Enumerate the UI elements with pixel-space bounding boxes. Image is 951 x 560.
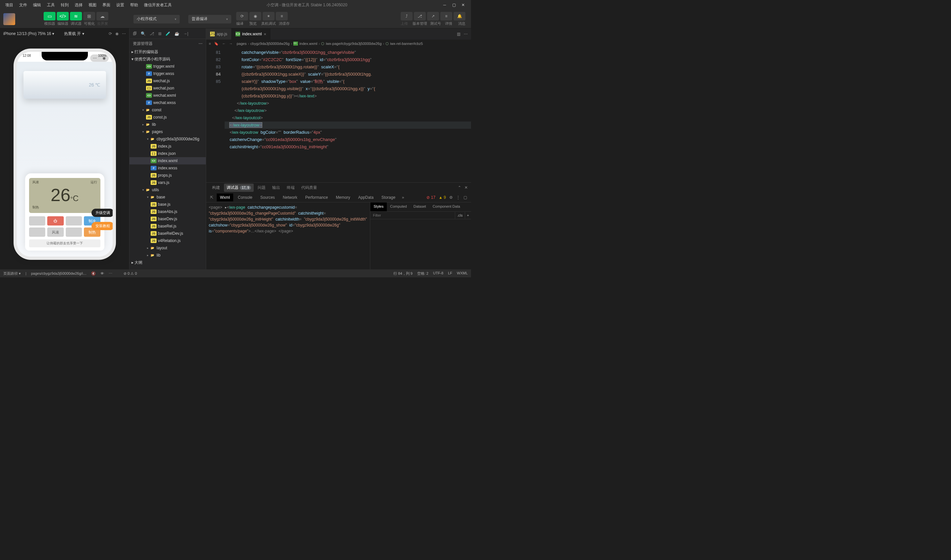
devtab-console[interactable]: Console <box>234 194 256 202</box>
minimize-icon[interactable]: ─ <box>442 2 447 8</box>
file-baseRel.js[interactable]: JSbaseRel.js <box>129 223 206 230</box>
close-panel-icon[interactable]: ✕ <box>464 185 468 190</box>
file-const.js[interactable]: JSconst.js <box>129 114 206 121</box>
upload-button[interactable]: ⤴ <box>401 12 413 20</box>
file-lib[interactable]: ▸📂lib <box>129 121 206 128</box>
file-index.wxml[interactable]: <>index.wxml <box>129 157 206 165</box>
remote-btn-blank4[interactable] <box>66 228 82 237</box>
file-const[interactable]: ▾📂const <box>129 106 206 114</box>
search-icon[interactable]: 🔍 <box>141 31 146 36</box>
open-editors-section[interactable]: ▸ 打开的编辑器 <box>129 48 206 55</box>
test-icon[interactable]: 🧪 <box>165 31 170 36</box>
breadcrumb-item[interactable]: pages <box>236 42 247 46</box>
bpanel-debugger[interactable]: 调试器17, 9 <box>224 183 254 192</box>
computed-tab[interactable]: Computed <box>387 202 410 211</box>
install-pill[interactable]: 安装教程 <box>91 222 113 230</box>
preview-button[interactable]: ◉ <box>250 12 261 20</box>
pagepath-label[interactable]: 页面路径 ▾ <box>3 271 21 276</box>
compdata-tab[interactable]: Component Data <box>429 202 464 211</box>
error-count[interactable]: ⊘ 17 <box>427 195 435 200</box>
remote-wind-btn[interactable]: 风速 <box>47 228 64 237</box>
file-vars.js[interactable]: JSvars.js <box>129 179 206 186</box>
mute-icon[interactable]: 🔇 <box>91 271 96 276</box>
file-v4Relation.js[interactable]: JSv4Relation.js <box>129 237 206 245</box>
real-debug-button[interactable]: ✶ <box>263 12 274 20</box>
bpanel-build[interactable]: 构建 <box>210 183 223 192</box>
file-utils[interactable]: ▾📂utils <box>129 186 206 194</box>
kebab-icon[interactable]: ⋯ <box>109 271 112 276</box>
clear-cache-button[interactable]: ≡ <box>276 12 288 20</box>
upgrade-pill[interactable]: 升级空调 <box>91 209 113 217</box>
menu-goto[interactable]: 转到 <box>58 1 71 9</box>
explorer-more-icon[interactable]: ⋯ <box>199 41 202 46</box>
refresh-icon[interactable]: ⟳ <box>109 31 112 36</box>
file-index.wxss[interactable]: #index.wxss <box>129 165 206 172</box>
branch-icon[interactable]: ⎇ <box>150 31 154 36</box>
cloud-button[interactable]: ☁ <box>96 12 108 20</box>
menu-tools[interactable]: 工具 <box>44 1 57 9</box>
dom-tree[interactable]: <page> ▸<iwx-page catchchangepagecustomi… <box>206 202 370 269</box>
debugger-button[interactable]: ≋ <box>70 12 82 20</box>
devtab-sources[interactable]: Sources <box>257 194 278 202</box>
kebab-icon[interactable]: ⋮ <box>456 195 460 200</box>
file-index.js[interactable]: JSindex.js <box>129 143 206 150</box>
file-pages[interactable]: ▾📂pages <box>129 128 206 135</box>
close-tab-icon[interactable]: × <box>264 32 266 37</box>
inspect-icon[interactable]: ⇱ <box>208 195 215 200</box>
cursor-pos[interactable]: 行 84，列 9 <box>393 271 412 276</box>
file-layout[interactable]: ▸📂layout <box>129 245 206 252</box>
file-base.js[interactable]: JSbase.js <box>129 201 206 208</box>
ext-icon[interactable]: ⊞ <box>158 31 162 36</box>
tab-appjs[interactable]: JSapp.js <box>206 28 231 40</box>
file-cbygz9da3j50000dw26g[interactable]: ▾📂cbygz9da3j50000dw26g <box>129 135 206 143</box>
eye-icon[interactable]: 👁 <box>100 271 104 275</box>
visual-button[interactable]: ⊞ <box>83 12 95 20</box>
file-index.json[interactable]: { }index.json <box>129 150 206 157</box>
eol[interactable]: LF <box>448 271 452 276</box>
detail-button[interactable]: ≡ <box>440 12 452 20</box>
file-wechat.wxss[interactable]: #wechat.wxss <box>129 99 206 106</box>
devtab-appdata[interactable]: AppData <box>355 194 377 202</box>
editor-button[interactable]: </> <box>57 12 69 20</box>
menu-edit[interactable]: 编辑 <box>30 1 43 9</box>
device-dropdown[interactable]: iPhone 12/13 (Pro) 75% 16 ▾ <box>3 31 54 36</box>
indent-info[interactable]: 空格: 2 <box>417 271 428 276</box>
file-lib[interactable]: ▸📂lib <box>129 252 206 259</box>
file-trigger.wxml[interactable]: <>trigger.wxml <box>129 63 206 70</box>
message-button[interactable]: 🔔 <box>453 12 465 20</box>
bookmark-icon[interactable]: 🔖 <box>214 42 219 46</box>
list-icon[interactable]: ≡ <box>209 42 211 46</box>
breadcrumb-item[interactable]: iwx-rel-banner#cbz5 <box>390 42 423 46</box>
file-baseRelDev.js[interactable]: JSbaseRelDev.js <box>129 230 206 237</box>
files-icon[interactable]: 🗐 <box>133 31 137 36</box>
menu-help[interactable]: 帮助 <box>128 1 141 9</box>
file-base[interactable]: ▾📂base <box>129 194 206 201</box>
file-baseDev.js[interactable]: JSbaseDev.js <box>129 215 206 223</box>
tab-indexwxml[interactable]: <>index.wxml× <box>231 28 271 40</box>
docker-icon[interactable]: ☕ <box>174 31 179 36</box>
hot-reload-toggle[interactable]: 热重载 开 ▾ <box>64 31 84 37</box>
bpanel-quality[interactable]: 代码质量 <box>299 183 320 192</box>
add-style-icon[interactable]: + <box>465 212 471 218</box>
code-editor[interactable]: 8182838485 catchchangeVisible="cbz6r6ra3… <box>206 48 471 182</box>
devtab-memory[interactable]: Memory <box>333 194 353 202</box>
share-button[interactable]: 让倒霉的群友也享受一下 <box>29 239 100 247</box>
forward-icon[interactable]: → <box>229 42 233 46</box>
gear-icon[interactable]: ⚙ <box>449 195 453 200</box>
bpanel-terminal[interactable]: 终端 <box>284 183 297 192</box>
devtab-storage[interactable]: Storage <box>378 194 399 202</box>
encoding[interactable]: UTF-8 <box>433 271 443 276</box>
warning-count[interactable]: ▲ 9 <box>439 195 446 200</box>
simulator-button[interactable]: ▭ <box>43 12 55 20</box>
breadcrumb-item[interactable]: cbygz9da3j50000dw26g <box>250 42 290 46</box>
pagepath-value[interactable]: pages/cbygz9da3j50000dw26g/i… <box>31 271 86 275</box>
styles-tab[interactable]: Styles <box>370 202 387 211</box>
menu-project[interactable]: 项目 <box>3 1 16 9</box>
breadcrumb-item[interactable]: index.wxml <box>299 42 317 46</box>
file-wechat.js[interactable]: JSwechat.js <box>129 77 206 85</box>
remote-btn-blank2[interactable] <box>66 216 82 226</box>
devtab-performance[interactable]: Performance <box>302 194 331 202</box>
file-baseAbs.js[interactable]: JSbaseAbs.js <box>129 208 206 215</box>
bpanel-problems[interactable]: 问题 <box>255 183 268 192</box>
remote-btn-blank1[interactable] <box>29 216 46 226</box>
